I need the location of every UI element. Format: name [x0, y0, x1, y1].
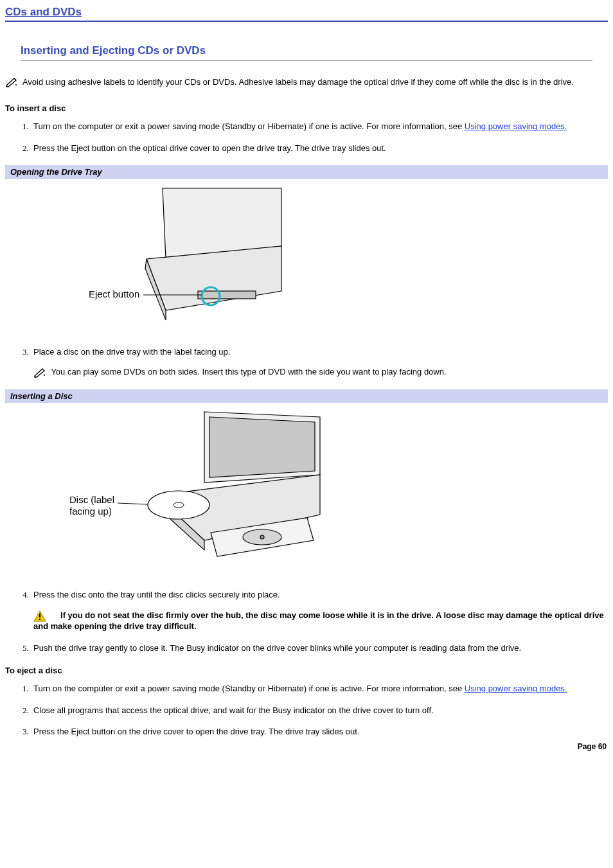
step3-note-text: You can play some DVDs on both sides. In…	[51, 367, 446, 376]
eject-step1-text: Turn on the computer or exit a power sav…	[33, 684, 465, 693]
svg-point-0	[15, 84, 17, 85]
svg-point-14	[260, 535, 264, 539]
step3-note: You can play some DVDs on both sides. In…	[33, 366, 608, 378]
insert-step4-text: Press the disc onto the tray until the d…	[33, 590, 280, 599]
svg-point-16	[173, 502, 184, 508]
eject-steps: Turn on the computer or exit a power sav…	[31, 683, 608, 738]
step4-warning: If you do not seat the disc firmly over …	[33, 610, 608, 632]
note-icon	[33, 368, 48, 378]
power-saving-link[interactable]: Using power saving modes.	[465, 121, 567, 131]
figure2-caption: Inserting a Disc	[5, 389, 608, 403]
list-item: Press the disc onto the tray until the d…	[31, 589, 608, 632]
disc-label-line1: Disc (label	[69, 494, 114, 505]
insert-step2-text: Press the Eject button on the optical dr…	[33, 143, 386, 153]
insert-heading: To insert a disc	[5, 103, 608, 114]
svg-rect-20	[39, 619, 40, 620]
list-item: Press the Eject button on the drive cove…	[31, 726, 608, 738]
page-number: Page 60	[5, 741, 608, 752]
list-item: Push the drive tray gently to close it. …	[31, 642, 608, 654]
svg-rect-4	[198, 291, 256, 299]
insert-steps: Turn on the computer or exit a power sav…	[31, 121, 608, 154]
svg-rect-19	[39, 614, 40, 617]
insert-step1-text: Turn on the computer or exit a power sav…	[33, 121, 465, 131]
svg-point-7	[44, 375, 45, 376]
top-note-text: Avoid using adhesive labels to identify …	[22, 77, 574, 87]
insert-step5-text: Push the drive tray gently to close it. …	[33, 643, 521, 653]
figure-opening-drive-tray: Eject button	[5, 182, 608, 330]
note-icon	[5, 77, 19, 87]
list-item: Turn on the computer or exit a power sav…	[31, 683, 608, 695]
eject-button-label: Eject button	[89, 288, 139, 299]
figure-inserting-disc: Disc (label facing up)	[5, 405, 608, 572]
power-saving-link[interactable]: Using power saving modes.	[465, 684, 567, 693]
step4-warning-text: If you do not seat the disc firmly over …	[33, 610, 604, 632]
figure1-caption: Opening the Drive Tray	[5, 165, 608, 179]
disc-label-line2: facing up)	[69, 506, 112, 517]
list-item: Place a disc on the drive tray with the …	[31, 346, 608, 378]
insert-steps-cont2: Press the disc onto the tray until the d…	[31, 589, 608, 653]
warning-icon	[33, 610, 48, 621]
section-title: Inserting and Ejecting CDs or DVDs	[21, 44, 592, 61]
eject-step2-text: Close all programs that access the optic…	[33, 705, 434, 715]
list-item: Press the Eject button on the optical dr…	[31, 143, 608, 154]
insert-steps-cont: Place a disc on the drive tray with the …	[31, 346, 608, 378]
chapter-title: CDs and DVDs	[5, 5, 608, 22]
svg-line-17	[118, 503, 148, 504]
insert-step3-text: Place a disc on the drive tray with the …	[33, 347, 230, 357]
svg-marker-9	[209, 417, 315, 477]
list-item: Close all programs that access the optic…	[31, 705, 608, 716]
eject-step3-text: Press the Eject button on the drive cove…	[33, 727, 360, 736]
list-item: Turn on the computer or exit a power sav…	[31, 121, 608, 132]
eject-heading: To eject a disc	[5, 665, 608, 677]
top-note: Avoid using adhesive labels to identify …	[5, 76, 608, 88]
